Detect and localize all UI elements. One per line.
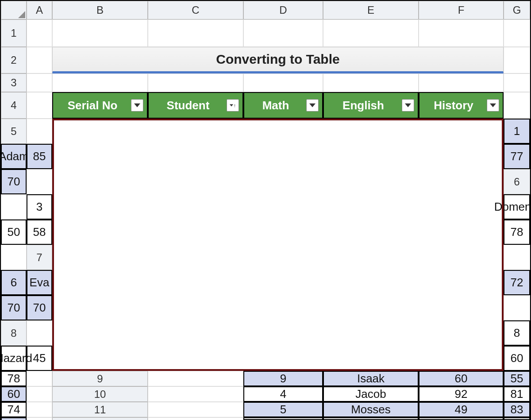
cell-F3[interactable] bbox=[419, 73, 504, 92]
cell-C1[interactable] bbox=[148, 19, 243, 47]
th-math[interactable]: Math bbox=[243, 92, 323, 119]
cell-C8[interactable]: Hazard bbox=[1, 346, 27, 371]
cell-A12[interactable] bbox=[148, 417, 243, 420]
cell-G5[interactable] bbox=[27, 169, 52, 194]
cell-B6[interactable]: 3 bbox=[27, 194, 52, 220]
col-header-B[interactable]: B bbox=[52, 1, 148, 19]
th-serial-no[interactable]: Serial No bbox=[52, 92, 148, 119]
cell-D6[interactable]: 50 bbox=[1, 220, 27, 245]
filter-button-english[interactable] bbox=[402, 99, 414, 112]
cell-A3[interactable] bbox=[27, 73, 52, 92]
cell-G11[interactable] bbox=[27, 417, 52, 420]
cell-E5[interactable]: 77 bbox=[504, 144, 530, 169]
row-header-5[interactable]: 5 bbox=[1, 119, 27, 144]
cell-A5[interactable] bbox=[27, 119, 52, 144]
select-all-corner[interactable] bbox=[1, 1, 27, 19]
cell-B12[interactable]: 7 bbox=[243, 417, 323, 420]
cell-D1[interactable] bbox=[243, 19, 323, 47]
cell-E12[interactable]: 68 bbox=[504, 417, 530, 420]
filter-button-math[interactable] bbox=[306, 99, 319, 112]
cell-A8[interactable] bbox=[27, 320, 52, 346]
cell-E7[interactable]: 70 bbox=[1, 295, 27, 320]
cell-G3[interactable] bbox=[504, 73, 530, 92]
cell-B1[interactable] bbox=[52, 19, 148, 47]
row-header-7[interactable]: 7 bbox=[27, 245, 52, 270]
cell-G4[interactable] bbox=[504, 92, 530, 119]
row-header-4[interactable]: 4 bbox=[1, 92, 27, 119]
cell-B7[interactable]: 6 bbox=[1, 270, 27, 295]
cell-F11[interactable]: 54 bbox=[1, 417, 27, 420]
cell-G7[interactable] bbox=[504, 295, 530, 320]
row-header-8[interactable]: 8 bbox=[1, 320, 27, 346]
cell-D11[interactable]: 49 bbox=[419, 402, 504, 417]
col-header-C[interactable]: C bbox=[148, 1, 243, 19]
filter-button-history[interactable] bbox=[487, 99, 499, 112]
cell-G6[interactable] bbox=[1, 245, 27, 270]
cell-A11[interactable] bbox=[148, 402, 243, 417]
cell-G8[interactable] bbox=[27, 371, 52, 386]
cell-C10[interactable]: Jacob bbox=[323, 386, 419, 402]
col-header-E[interactable]: E bbox=[323, 1, 419, 19]
cell-C11[interactable]: Mosses bbox=[323, 402, 419, 417]
col-header-G[interactable]: G bbox=[504, 1, 530, 19]
cell-A2[interactable] bbox=[27, 47, 52, 73]
cell-C9[interactable]: Isaak bbox=[323, 371, 419, 386]
cell-A4[interactable] bbox=[27, 92, 52, 119]
filter-button-student[interactable]: ↑ bbox=[227, 99, 239, 112]
cell-F9[interactable]: 60 bbox=[1, 386, 27, 402]
cell-F8[interactable]: 78 bbox=[1, 371, 27, 386]
cell-D8[interactable]: 45 bbox=[27, 346, 52, 371]
cell-E3[interactable] bbox=[323, 73, 419, 92]
cell-G2[interactable] bbox=[504, 47, 530, 73]
cell-D3[interactable] bbox=[243, 73, 323, 92]
cell-F10[interactable]: 74 bbox=[1, 402, 27, 417]
cell-B8[interactable]: 8 bbox=[504, 320, 530, 346]
cell-D7[interactable]: 72 bbox=[504, 270, 530, 295]
cell-F6[interactable]: 78 bbox=[504, 220, 530, 245]
cell-A1[interactable] bbox=[27, 19, 52, 47]
cell-B5[interactable]: 1 bbox=[504, 119, 530, 144]
cell-D12[interactable]: 65 bbox=[419, 417, 504, 420]
cell-A10[interactable] bbox=[148, 386, 243, 402]
cell-F1[interactable] bbox=[419, 19, 504, 47]
col-header-D[interactable]: D bbox=[243, 1, 323, 19]
cell-C12[interactable]: Paul bbox=[323, 417, 419, 420]
cell-G1[interactable] bbox=[504, 19, 530, 47]
row-header-12[interactable]: 12 bbox=[52, 417, 148, 420]
row-header-10[interactable]: 10 bbox=[52, 386, 148, 402]
cell-B10[interactable]: 4 bbox=[243, 386, 323, 402]
cell-A9[interactable] bbox=[148, 371, 243, 386]
cell-F5[interactable]: 70 bbox=[1, 169, 27, 194]
cell-C6[interactable]: Domenic bbox=[504, 194, 530, 220]
cell-C5[interactable]: Adam bbox=[1, 144, 27, 169]
row-header-2[interactable]: 2 bbox=[1, 47, 27, 73]
cell-D5[interactable]: 85 bbox=[27, 144, 52, 169]
row-header-6[interactable]: 6 bbox=[504, 169, 530, 194]
cell-E8[interactable]: 60 bbox=[504, 346, 530, 371]
cell-D10[interactable]: 92 bbox=[419, 386, 504, 402]
col-header-F[interactable]: F bbox=[419, 1, 504, 19]
cell-E10[interactable]: 81 bbox=[504, 386, 530, 402]
th-history[interactable]: History bbox=[419, 92, 504, 119]
row-header-9[interactable]: 9 bbox=[52, 371, 148, 386]
cell-C3[interactable] bbox=[148, 73, 243, 92]
cell-E1[interactable] bbox=[323, 19, 419, 47]
cell-E9[interactable]: 55 bbox=[504, 371, 530, 386]
cell-D9[interactable]: 60 bbox=[419, 371, 504, 386]
cell-G9[interactable] bbox=[27, 386, 52, 402]
cell-B11[interactable]: 5 bbox=[243, 402, 323, 417]
cell-F7[interactable]: 70 bbox=[27, 295, 52, 320]
th-student[interactable]: Student ↑ bbox=[148, 92, 243, 119]
cell-E11[interactable]: 83 bbox=[504, 402, 530, 417]
filter-button-serial[interactable] bbox=[131, 99, 143, 112]
cell-E6[interactable]: 58 bbox=[27, 220, 52, 245]
col-header-A[interactable]: A bbox=[27, 1, 52, 19]
row-header-3[interactable]: 3 bbox=[1, 73, 27, 92]
cell-G10[interactable] bbox=[27, 402, 52, 417]
cell-B9[interactable]: 9 bbox=[243, 371, 323, 386]
row-header-1[interactable]: 1 bbox=[1, 19, 27, 47]
cell-C7[interactable]: Eva bbox=[27, 270, 52, 295]
cell-A7[interactable] bbox=[504, 245, 530, 270]
row-header-11[interactable]: 11 bbox=[52, 402, 148, 417]
cell-A6[interactable] bbox=[1, 194, 27, 220]
